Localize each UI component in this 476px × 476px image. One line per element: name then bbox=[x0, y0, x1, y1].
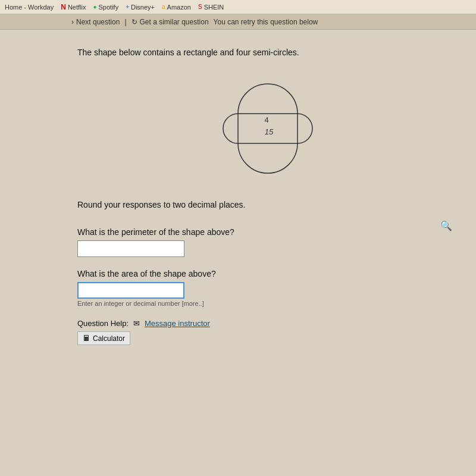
calculator-button[interactable]: 🖩 Calculator bbox=[77, 331, 130, 345]
area-question-label: What is the area of the shape above? bbox=[77, 269, 458, 278]
browser-tab-bar: Home - Workday N Netflix ● Spotify + Dis… bbox=[0, 0, 476, 14]
calculator-label: Calculator bbox=[93, 334, 125, 343]
amazon-label: Amazon bbox=[167, 4, 191, 11]
tab-home-workday[interactable]: Home - Workday bbox=[5, 4, 54, 11]
next-question-button[interactable]: › Next question bbox=[71, 18, 120, 26]
shein-icon: S bbox=[198, 4, 202, 10]
message-instructor-link[interactable]: Message instructor bbox=[145, 319, 210, 328]
tab-disney[interactable]: + Disney+ bbox=[126, 4, 155, 11]
input-hint: Enter an integer or decimal number [more… bbox=[77, 300, 458, 307]
shape-diagram-area: 4 15 bbox=[77, 69, 458, 188]
search-icon-area[interactable]: 🔍 bbox=[440, 220, 452, 231]
round-responses-text: Round your responses to two decimal plac… bbox=[77, 200, 458, 209]
spotify-label: Spotify bbox=[99, 4, 119, 11]
dimension-width-label: 4 bbox=[264, 115, 268, 124]
tab-separator: - bbox=[24, 4, 26, 11]
tab-amazon[interactable]: a Amazon bbox=[162, 4, 191, 11]
calculator-icon: 🖩 bbox=[83, 334, 90, 343]
help-label: Question Help: bbox=[77, 319, 129, 328]
refresh-icon: ↻ bbox=[131, 18, 137, 26]
get-similar-button[interactable]: ↻ Get a similar question bbox=[131, 18, 209, 26]
toolbar: › Next question | ↻ Get a similar questi… bbox=[0, 14, 476, 30]
netflix-icon: N bbox=[61, 3, 66, 11]
search-icon[interactable]: 🔍 bbox=[440, 221, 452, 231]
toolbar-divider: | bbox=[124, 18, 126, 26]
perimeter-question-block: What is the perimeter of the shape above… bbox=[77, 227, 458, 257]
amazon-icon: a bbox=[162, 4, 165, 10]
shein-label: SHEIN bbox=[204, 4, 224, 11]
tab-shein[interactable]: S SHEIN bbox=[198, 4, 224, 11]
tab-netflix[interactable]: N Netflix bbox=[61, 3, 86, 11]
tab-spotify[interactable]: ● Spotify bbox=[93, 4, 118, 11]
spotify-icon: ● bbox=[93, 4, 96, 10]
perimeter-input[interactable] bbox=[77, 240, 184, 257]
main-content: The shape below contains a rectangle and… bbox=[0, 30, 476, 476]
disney-label: Disney+ bbox=[131, 4, 155, 11]
disney-icon: + bbox=[126, 4, 129, 10]
netflix-label: Netflix bbox=[68, 4, 86, 11]
area-input[interactable] bbox=[77, 282, 184, 299]
next-question-label: Next question bbox=[76, 18, 120, 26]
retry-text: You can retry this question below bbox=[214, 18, 318, 26]
message-icon: ✉ bbox=[133, 319, 140, 328]
get-similar-label: Get a similar question bbox=[140, 18, 209, 26]
next-arrow-icon: › bbox=[71, 18, 74, 26]
shape-svg: 4 15 bbox=[220, 69, 315, 188]
question-help-row: Question Help: ✉ Message instructor bbox=[77, 319, 458, 328]
area-question-block: What is the area of the shape above? Ent… bbox=[77, 269, 458, 307]
home-icon: Home bbox=[5, 4, 22, 11]
workday-label: Workday bbox=[28, 4, 54, 11]
perimeter-question-label: What is the perimeter of the shape above… bbox=[77, 227, 458, 237]
question-text: The shape below contains a rectangle and… bbox=[77, 48, 458, 57]
dimension-height-label: 15 bbox=[265, 127, 274, 136]
